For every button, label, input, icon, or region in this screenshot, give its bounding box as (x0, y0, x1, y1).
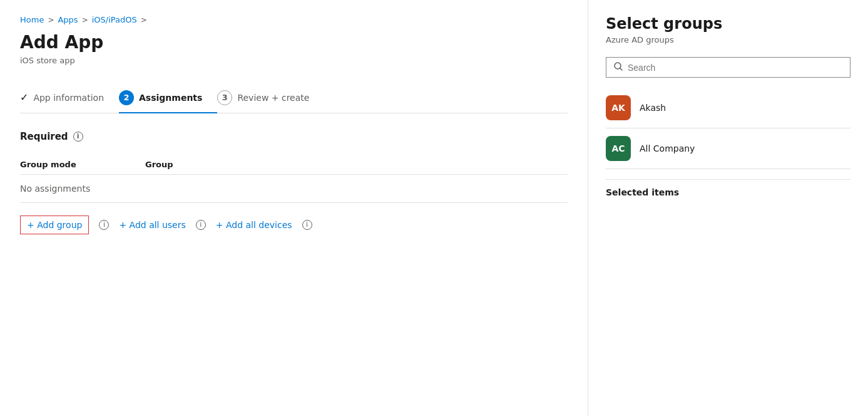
svg-line-1 (620, 68, 623, 71)
tab-app-information-label: App information (33, 93, 104, 103)
group-name-akash: Akash (640, 103, 666, 113)
review-badge: 3 (217, 90, 232, 105)
right-panel-subtitle: Azure AD groups (606, 35, 850, 44)
page-subtitle: iOS store app (20, 56, 568, 65)
breadcrumb: Home > Apps > iOS/iPadOS > (20, 15, 568, 24)
add-group-button[interactable]: + Add group (20, 216, 89, 234)
breadcrumb-apps[interactable]: Apps (58, 15, 78, 24)
search-icon (614, 62, 623, 73)
checkmark-icon: ✓ (20, 91, 28, 103)
assignments-badge: 2 (119, 90, 134, 105)
right-panel-title: Select groups (606, 15, 850, 33)
table-row: No assignments (20, 175, 568, 203)
page-title: Add App (20, 32, 568, 53)
tab-review-create-label: Review + create (237, 93, 309, 103)
steps-nav: ✓ App information 2 Assignments 3 Review… (20, 83, 568, 113)
group-list: AK Akash AC All Company (606, 88, 850, 169)
left-panel: Home > Apps > iOS/iPadOS > Add App iOS s… (0, 0, 588, 416)
breadcrumb-sep-3: > (141, 16, 147, 24)
tab-review-create[interactable]: 3 Review + create (217, 83, 324, 113)
no-assignments-text: No assignments (20, 184, 90, 194)
add-all-devices-info-icon[interactable]: i (302, 220, 312, 230)
selected-items-title: Selected items (606, 187, 850, 197)
breadcrumb-platform[interactable]: iOS/iPadOS (92, 15, 137, 24)
avatar-all-company: AC (606, 136, 631, 161)
breadcrumb-sep-2: > (82, 16, 88, 24)
table-header: Group mode Group (20, 155, 568, 175)
add-all-users-info-icon[interactable]: i (196, 220, 206, 230)
search-box[interactable] (606, 57, 850, 78)
group-item-akash[interactable]: AK Akash (606, 88, 850, 128)
group-item-all-company[interactable]: AC All Company (606, 128, 850, 169)
divider (606, 179, 850, 180)
tab-app-information[interactable]: ✓ App information (20, 84, 119, 111)
add-all-devices-link[interactable]: + Add all devices (216, 220, 292, 230)
col-header-group: Group (145, 160, 568, 169)
right-panel: Select groups Azure AD groups AK Akash A… (588, 0, 868, 416)
add-group-info-icon[interactable]: i (99, 220, 109, 230)
breadcrumb-home[interactable]: Home (20, 15, 44, 24)
group-name-all-company: All Company (640, 143, 695, 153)
add-all-users-link[interactable]: + Add all users (119, 220, 185, 230)
breadcrumb-sep-1: > (48, 16, 54, 24)
required-section-title: Required i (20, 131, 568, 142)
avatar-akash: AK (606, 95, 631, 120)
col-header-mode: Group mode (20, 160, 145, 169)
search-input[interactable] (628, 63, 842, 73)
required-info-icon[interactable]: i (73, 132, 83, 142)
action-row: + Add group i + Add all users i + Add al… (20, 216, 568, 234)
required-label: Required (20, 131, 68, 142)
tab-assignments[interactable]: 2 Assignments (119, 83, 217, 113)
tab-assignments-label: Assignments (139, 93, 202, 103)
